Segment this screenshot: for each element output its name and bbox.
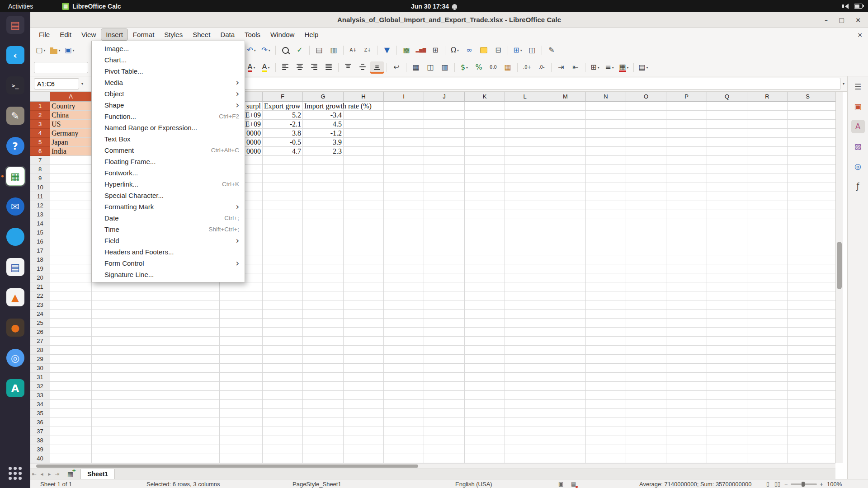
cell-S15[interactable] xyxy=(788,228,828,237)
zoom-slider[interactable] xyxy=(791,479,817,488)
cell-A3[interactable]: US xyxy=(50,120,92,129)
cell-Q13[interactable] xyxy=(707,210,747,219)
cell-D26[interactable] xyxy=(177,328,220,337)
insert-menu-item-floating-frame[interactable]: Floating Frame... xyxy=(92,156,245,167)
cell-I15[interactable] xyxy=(384,228,424,237)
cell-E29[interactable] xyxy=(220,355,263,364)
cell-O15[interactable] xyxy=(626,228,666,237)
open-button[interactable] xyxy=(48,44,62,56)
cell-H13[interactable] xyxy=(344,210,384,219)
cell-P13[interactable] xyxy=(666,210,707,219)
cell-O4[interactable] xyxy=(626,129,666,138)
cell-R24[interactable] xyxy=(747,310,788,319)
column-header-I[interactable]: I xyxy=(384,92,424,102)
cell-P28[interactable] xyxy=(666,346,707,355)
cell-A38[interactable] xyxy=(50,436,92,445)
cell-S22[interactable] xyxy=(788,291,828,300)
cell-N28[interactable] xyxy=(586,346,626,355)
cell-T10[interactable] xyxy=(828,183,835,192)
cell-M34[interactable] xyxy=(545,400,586,409)
close-document-icon[interactable]: × xyxy=(857,31,863,38)
cell-S32[interactable] xyxy=(788,382,828,391)
sheet-tab-sheet1[interactable]: Sheet1 xyxy=(80,469,115,479)
cell-L36[interactable] xyxy=(505,418,545,427)
cell-R16[interactable] xyxy=(747,237,788,246)
cell-K31[interactable] xyxy=(465,373,505,382)
cell-T32[interactable] xyxy=(828,382,835,391)
cell-F30[interactable] xyxy=(263,364,303,373)
cell-Q8[interactable] xyxy=(707,165,747,174)
cell-O12[interactable] xyxy=(626,201,666,210)
cell-E24[interactable] xyxy=(220,310,263,319)
cell-A39[interactable] xyxy=(50,445,92,454)
cell-H30[interactable] xyxy=(344,364,384,373)
cell-F3[interactable]: -2.1 xyxy=(263,120,303,129)
cell-J18[interactable] xyxy=(424,255,465,264)
cell-O22[interactable] xyxy=(626,291,666,300)
merge-and-center-button[interactable]: ▦ xyxy=(409,61,423,74)
cell-E25[interactable] xyxy=(220,319,263,328)
cell-P16[interactable] xyxy=(666,237,707,246)
add-decimal-place-button[interactable]: .0+ xyxy=(520,61,534,74)
row-header-7[interactable]: 7 xyxy=(30,156,50,165)
cell-K32[interactable] xyxy=(465,382,505,391)
row-header-35[interactable]: 35 xyxy=(30,409,50,418)
cell-S16[interactable] xyxy=(788,237,828,246)
cell-L8[interactable] xyxy=(505,165,545,174)
dropdown-caret-icon[interactable] xyxy=(457,48,459,52)
insert-comment-button[interactable] xyxy=(477,44,491,56)
cell-L20[interactable] xyxy=(505,273,545,282)
page-style-status[interactable]: PageStyle_Sheet1 xyxy=(292,479,341,488)
cell-M32[interactable] xyxy=(545,382,586,391)
cell-P19[interactable] xyxy=(666,264,707,273)
sheet-position-status[interactable]: Sheet 1 of 1 xyxy=(40,479,72,488)
cell-O9[interactable] xyxy=(626,174,666,183)
cell-M7[interactable] xyxy=(545,156,586,165)
cell-E40[interactable] xyxy=(220,454,263,463)
cell-H35[interactable] xyxy=(344,409,384,418)
zoom-slider-thumb[interactable] xyxy=(802,482,805,487)
cell-P31[interactable] xyxy=(666,373,707,382)
cell-L19[interactable] xyxy=(505,264,545,273)
row-header-16[interactable]: 16 xyxy=(30,237,50,246)
cell-A35[interactable] xyxy=(50,409,92,418)
cell-L10[interactable] xyxy=(505,183,545,192)
cell-T31[interactable] xyxy=(828,373,835,382)
cell-K27[interactable] xyxy=(465,337,505,346)
cell-R11[interactable] xyxy=(747,192,788,201)
cell-J31[interactable] xyxy=(424,373,465,382)
cell-C36[interactable] xyxy=(134,418,177,427)
cell-J34[interactable] xyxy=(424,400,465,409)
cell-Q18[interactable] xyxy=(707,255,747,264)
cell-L38[interactable] xyxy=(505,436,545,445)
format-currency-button[interactable]: $ xyxy=(458,61,471,74)
cell-N8[interactable] xyxy=(586,165,626,174)
cell-Q38[interactable] xyxy=(707,436,747,445)
cell-Q33[interactable] xyxy=(707,391,747,400)
cell-I29[interactable] xyxy=(384,355,424,364)
cell-A1[interactable]: Country xyxy=(50,102,92,111)
insert-image-button[interactable]: ▩ xyxy=(400,44,413,56)
align-center-button[interactable] xyxy=(293,61,307,74)
cell-D22[interactable] xyxy=(177,291,220,300)
cell-J28[interactable] xyxy=(424,346,465,355)
cell-G34[interactable] xyxy=(303,400,344,409)
cell-A25[interactable] xyxy=(50,319,92,328)
column-header-H[interactable]: H xyxy=(344,92,384,102)
cell-H26[interactable] xyxy=(344,328,384,337)
gimp[interactable]: ✎ xyxy=(5,105,26,126)
cell-B39[interactable] xyxy=(92,445,134,454)
cell-F36[interactable] xyxy=(263,418,303,427)
cell-P34[interactable] xyxy=(666,400,707,409)
selection-mode-icon[interactable]: ▣ xyxy=(558,479,563,488)
cell-O25[interactable] xyxy=(626,319,666,328)
name-box-dropdown-icon[interactable] xyxy=(81,82,83,86)
cell-G38[interactable] xyxy=(303,436,344,445)
wrap-text-button[interactable]: ↩ xyxy=(390,61,403,74)
cell-H32[interactable] xyxy=(344,382,384,391)
cell-Q6[interactable] xyxy=(707,147,747,156)
cell-K8[interactable] xyxy=(465,165,505,174)
cell-P6[interactable] xyxy=(666,147,707,156)
cell-R6[interactable] xyxy=(747,147,788,156)
expand-formula-bar-icon[interactable] xyxy=(843,82,844,86)
